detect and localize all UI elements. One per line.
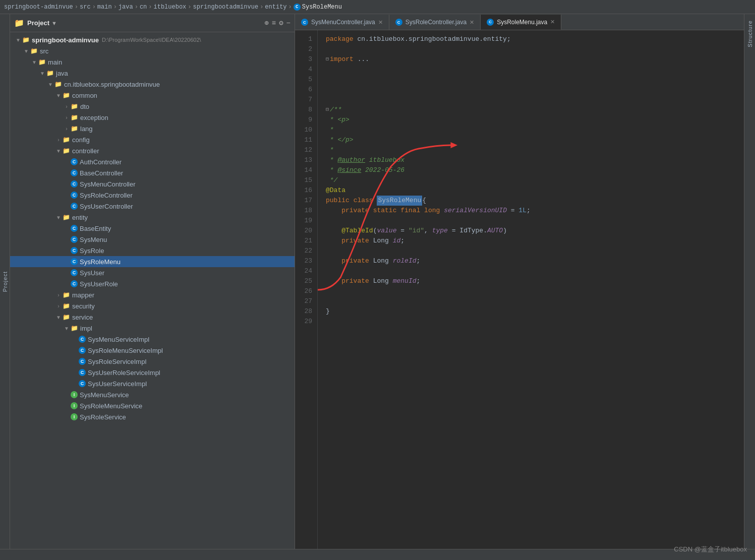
sysuserrole-class-icon: C — [71, 280, 78, 287]
tree-basecontroller[interactable]: C BaseController — [10, 167, 295, 178]
tree-sysroleservice[interactable]: I SysRoleService — [10, 411, 295, 422]
tree-sysuserserviceimpl[interactable]: C SysUserServiceImpl — [10, 378, 295, 389]
cn-label: cn.itbluebox.springbootadminvue — [64, 81, 160, 88]
tree-config[interactable]: › 📁 config — [10, 134, 295, 145]
sysusercontroller-label: SysUserController — [80, 203, 133, 210]
tree-entity[interactable]: ▼ 📁 entity — [10, 212, 295, 223]
tree-sysuser[interactable]: C SysUser — [10, 267, 295, 278]
tree-security[interactable]: › 📁 security — [10, 300, 295, 312]
tree-cn-package[interactable]: ▼ 📁 cn.itbluebox.springbootadminvue — [10, 79, 295, 90]
basecontroller-class-icon: C — [71, 169, 78, 176]
breadcrumb-item-5[interactable]: cn — [140, 4, 147, 11]
tree-sysrole[interactable]: C SysRole — [10, 245, 295, 256]
sidebar-header-icons: ⊕ ≡ ⚙ − — [264, 19, 291, 27]
exception-folder-icon: 📁 — [71, 114, 78, 121]
tree-sysroleserviceimpl[interactable]: C SysRoleServiceImpl — [10, 356, 295, 367]
tree-sysmenucontroller[interactable]: C SysMenuController — [10, 178, 295, 190]
bottom-bar — [0, 549, 755, 560]
code-line-14: * @since 2022-05-26 — [326, 165, 736, 175]
sidebar-dropdown-arrow[interactable]: ▼ — [51, 20, 57, 26]
dto-label: dto — [80, 103, 89, 110]
baseentity-label: BaseEntity — [80, 225, 111, 232]
controller-arrow: ▼ — [54, 148, 63, 154]
common-folder-icon: 📁 — [63, 92, 70, 99]
impl-folder-icon: 📁 — [71, 325, 78, 332]
tree-sysmenuservice[interactable]: I SysMenuService — [10, 389, 295, 400]
sysmenu-class-icon: C — [71, 236, 78, 243]
authcontroller-label: AuthController — [80, 158, 122, 166]
breadcrumb-item-6[interactable]: itbluebox — [153, 4, 186, 11]
breadcrumb-item-8[interactable]: entity — [265, 4, 286, 11]
tree-authcontroller[interactable]: C AuthController — [10, 156, 295, 167]
breadcrumb-item-3[interactable]: main — [97, 4, 112, 11]
tree-sysusercontroller[interactable]: C SysUserController — [10, 201, 295, 212]
tree-common[interactable]: ▼ 📁 common — [10, 90, 295, 101]
tab-sysmenucontroller-close[interactable]: ✕ — [378, 19, 383, 26]
sysuserserviceimpl-label: SysUserServiceImpl — [88, 380, 147, 388]
tree-sysrolemenuserviceimpl[interactable]: C SysRoleMenuServiceImpl — [10, 345, 295, 356]
tree-service[interactable]: ▼ 📁 service — [10, 312, 295, 323]
project-tab-label: Project — [2, 271, 8, 292]
authcontroller-class-icon: C — [71, 158, 78, 165]
tree-sysrolecontroller[interactable]: C SysRoleController — [10, 190, 295, 201]
controller-folder-icon: 📁 — [63, 147, 70, 154]
sysmenuserviceimpl-class-icon: C — [79, 336, 86, 343]
breadcrumb-item-4[interactable]: java — [119, 4, 133, 11]
tree-src[interactable]: ▼ 📁 src — [10, 45, 295, 56]
tree-main[interactable]: ▼ 📁 main — [10, 56, 295, 68]
tab-sysrolecontroller[interactable]: C SysRoleController.java ✕ — [389, 15, 481, 30]
tree-sysrolemenuservice[interactable]: I SysRoleMenuService — [10, 400, 295, 411]
tree-dto[interactable]: › 📁 dto — [10, 101, 295, 112]
right-sidebar-label[interactable]: Structure — [747, 20, 753, 47]
root-arrow: ▼ — [14, 37, 22, 43]
collapse-all-icon[interactable]: ≡ — [272, 19, 276, 27]
breadcrumb-item-7[interactable]: springbootadminvue — [193, 4, 259, 11]
baseentity-class-icon: C — [71, 225, 78, 232]
tree-java[interactable]: ▼ 📁 java — [10, 68, 295, 79]
mapper-folder-icon: 📁 — [63, 291, 70, 298]
tree-lang[interactable]: › 📁 lang — [10, 123, 295, 134]
lang-arrow: › — [63, 126, 71, 132]
import-fold-icon[interactable]: ⊟ — [326, 54, 329, 65]
tree-impl[interactable]: ▼ 📁 impl — [10, 323, 295, 334]
tree-sysuserrole[interactable]: C SysUserRole — [10, 278, 295, 289]
locate-icon[interactable]: ⊕ — [264, 19, 268, 27]
tab-sysrolemenu[interactable]: C SysRoleMenu.java ✕ — [481, 15, 561, 30]
security-folder-icon: 📁 — [63, 302, 70, 309]
src-arrow: ▼ — [22, 48, 30, 54]
mapper-label: mapper — [72, 291, 94, 299]
lang-folder-icon: 📁 — [71, 125, 78, 132]
mapper-arrow: › — [54, 292, 63, 298]
sysroleservice-class-icon: I — [71, 413, 78, 420]
breadcrumb-icon-c: C — [294, 4, 301, 11]
tree-exception[interactable]: › 📁 exception — [10, 112, 295, 123]
breadcrumb-item-1[interactable]: springboot-adminvue — [4, 4, 73, 11]
close-sidebar-icon[interactable]: − — [286, 19, 291, 27]
tree-sysuserroleserviceimpl[interactable]: C SysUserRoleServiceImpl — [10, 367, 295, 378]
breadcrumb-item-2[interactable]: src — [80, 4, 91, 11]
tab-sysrolemenu-close[interactable]: ✕ — [550, 19, 555, 25]
tree-controller[interactable]: ▼ 📁 controller — [10, 145, 295, 156]
project-tab-vertical[interactable]: Project — [0, 14, 10, 549]
tree-baseentity[interactable]: C BaseEntity — [10, 223, 295, 234]
main-folder-icon: 📁 — [38, 58, 46, 66]
tree-sysrolemenu[interactable]: C SysRoleMenu — [10, 256, 295, 267]
tab-sysmenucontroller[interactable]: C SysMenuController.java ✕ — [295, 15, 389, 30]
tab-sysmenucontroller-icon: C — [301, 19, 308, 26]
tab-sysrolecontroller-close[interactable]: ✕ — [470, 19, 474, 26]
code-line-5 — [326, 75, 736, 85]
tree-sysmenuserviceimpl[interactable]: C SysMenuServiceImpl — [10, 334, 295, 345]
code-editor-content[interactable]: package cn.itbluebox.springbootadminvue.… — [318, 30, 744, 549]
sysrole-label: SysRole — [80, 247, 104, 255]
file-tree-sidebar: 📁 Project ▼ ⊕ ≡ ⚙ − ▼ 📁 springboot-admin… — [10, 14, 295, 549]
tree-root[interactable]: ▼ 📁 springboot-adminvue D:\ProgramWorkSp… — [10, 34, 295, 45]
sysuser-label: SysUser — [80, 269, 104, 277]
common-arrow: ▼ — [54, 93, 63, 98]
code-line-25: private Long menuId; — [326, 276, 736, 286]
tree-mapper[interactable]: › 📁 mapper — [10, 289, 295, 300]
basecontroller-label: BaseController — [80, 169, 123, 177]
tree-sysmenu[interactable]: C SysMenu — [10, 234, 295, 245]
impl-arrow: ▼ — [63, 326, 71, 331]
javadoc-fold-icon[interactable]: ⊟ — [326, 105, 329, 115]
settings-icon[interactable]: ⚙ — [279, 19, 283, 27]
